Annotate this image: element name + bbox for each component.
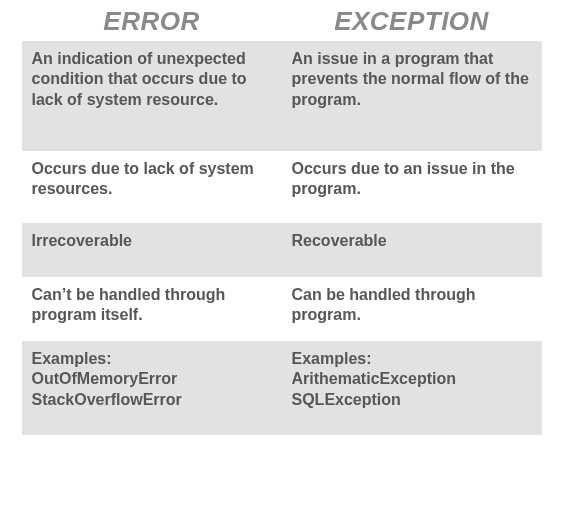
cell-exception: Occurs due to an issue in the program. (282, 151, 542, 223)
cell-exception: An issue in a program that prevents the … (282, 41, 542, 151)
comparison-table: ERROR EXCEPTION An indication of unexpec… (22, 6, 542, 435)
table-row: Irrecoverable Recoverable (22, 223, 542, 277)
cell-error: Can’t be handled through program itself. (22, 277, 282, 341)
table-row: Examples: OutOfMemoryError StackOverflow… (22, 341, 542, 435)
cell-exception: Can be handled through program. (282, 277, 542, 341)
cell-error: Irrecoverable (22, 223, 282, 277)
cell-error: Examples: OutOfMemoryError StackOverflow… (22, 341, 282, 435)
cell-exception: Examples: ArithematicException SQLExcept… (282, 341, 542, 435)
cell-error: Occurs due to lack of system resources. (22, 151, 282, 223)
table-row: Can’t be handled through program itself.… (22, 277, 542, 341)
cell-error: An indication of unexpected condition th… (22, 41, 282, 151)
header-exception: EXCEPTION (282, 6, 542, 37)
table-row: Occurs due to lack of system resources. … (22, 151, 542, 223)
table-header-row: ERROR EXCEPTION (22, 6, 542, 41)
cell-exception: Recoverable (282, 223, 542, 277)
header-error: ERROR (22, 6, 282, 37)
table-row: An indication of unexpected condition th… (22, 41, 542, 151)
